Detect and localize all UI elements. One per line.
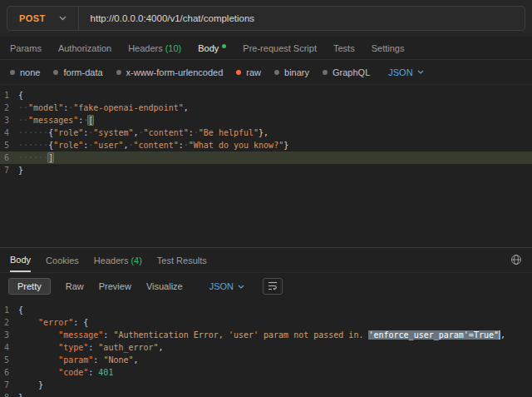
view-pretty-button[interactable]: Pretty: [8, 278, 51, 295]
code-line: 5 "param": "None",: [0, 354, 532, 366]
globe-icon[interactable]: [510, 254, 522, 267]
url-bar: POST http://0.0.0.0:4000/v1/chat/complet…: [7, 6, 525, 31]
body-type-row: none form-data x-www-form-urlencoded raw…: [0, 60, 532, 85]
line-number: 7: [0, 164, 18, 176]
radio-graphql[interactable]: GraphQL: [323, 67, 370, 77]
line-number: 8: [0, 391, 18, 397]
code-line: 3 "message": "Authentication Error, 'use…: [0, 329, 532, 341]
wrap-text-button[interactable]: [263, 278, 283, 295]
response-tab-headers[interactable]: Headers(4): [94, 248, 142, 272]
tab-settings[interactable]: Settings: [372, 43, 405, 53]
code-line: 5······{"role":·"user",·"content":·"What…: [0, 139, 532, 151]
radio-none[interactable]: none: [10, 67, 40, 77]
line-number: 4: [0, 341, 18, 354]
line-number: 6: [0, 366, 18, 379]
line-number: 6: [0, 151, 18, 164]
line-number: 7: [0, 379, 18, 391]
tab-prerequest-script[interactable]: Pre-request Script: [243, 43, 317, 53]
line-number: 3: [0, 329, 18, 341]
request-tabs: Params Authorization Headers(10) Body Pr…: [0, 37, 532, 60]
radio-x-www-form-urlencoded[interactable]: x-www-form-urlencoded: [116, 67, 224, 77]
response-tab-body[interactable]: Body: [10, 248, 31, 272]
view-raw-button[interactable]: Raw: [66, 281, 84, 291]
view-visualize-button[interactable]: Visualize: [146, 281, 183, 291]
code-line: 7}: [0, 164, 532, 176]
code-line: 1{: [0, 89, 532, 102]
code-line: 4 "type": "auth_error",: [0, 341, 532, 354]
tab-headers[interactable]: Headers(10): [128, 43, 181, 53]
line-number: 3: [0, 114, 18, 127]
code-line: 7 }: [0, 379, 532, 391]
code-line: 1{: [0, 304, 532, 316]
chevron-down-icon: [238, 285, 244, 289]
tab-authorization[interactable]: Authorization: [58, 43, 111, 53]
line-number: 2: [0, 316, 18, 329]
response-format-dropdown[interactable]: JSON: [209, 281, 244, 291]
line-number: 5: [0, 354, 18, 366]
code-line: 2 "error": {: [0, 316, 532, 329]
code-line: 2··"model":·"fake-openai-endpoint",: [0, 102, 532, 114]
line-number: 5: [0, 139, 18, 151]
method-selector[interactable]: POST: [7, 7, 78, 30]
response-view-toolbar: Pretty Raw Preview Visualize JSON: [0, 273, 532, 300]
radio-raw[interactable]: raw: [236, 67, 261, 77]
radio-binary[interactable]: binary: [274, 67, 309, 77]
chevron-down-icon: [59, 16, 66, 21]
radio-circle: [10, 70, 15, 75]
line-number: 4: [0, 127, 18, 139]
request-body-editor[interactable]: 1{2··"model":·"fake-openai-endpoint",3··…: [0, 85, 532, 247]
radio-circle: [274, 70, 279, 75]
tab-params[interactable]: Params: [10, 43, 42, 53]
code-line: 3··"messages":·[: [0, 114, 532, 127]
body-content-dot: [222, 44, 226, 48]
wrap-text-icon: [268, 281, 278, 292]
line-number: 1: [0, 304, 18, 316]
view-preview-button[interactable]: Preview: [99, 281, 131, 291]
code-line: 8}: [0, 391, 532, 397]
radio-circle-selected: [236, 70, 241, 75]
headers-count: (10): [165, 43, 182, 53]
code-line: 4······{"role":·"system",·"content":·"Be…: [0, 127, 532, 139]
chevron-down-icon: [417, 70, 424, 74]
response-tabs: Body Cookies Headers(4) Test Results: [0, 248, 532, 273]
tab-body[interactable]: Body: [198, 43, 226, 53]
response-headers-count: (4): [131, 256, 141, 265]
radio-circle: [323, 70, 328, 75]
response-tab-cookies[interactable]: Cookies: [46, 248, 79, 272]
code-line: 6······]: [0, 151, 532, 164]
line-number: 1: [0, 89, 18, 102]
method-label: POST: [19, 13, 46, 23]
request-url-bar-row: POST http://0.0.0.0:4000/v1/chat/complet…: [0, 0, 532, 37]
code-line: 6 "code": 401: [0, 366, 532, 379]
line-number: 2: [0, 102, 18, 114]
radio-circle: [116, 70, 121, 75]
radio-form-data[interactable]: form-data: [53, 67, 102, 77]
raw-format-dropdown[interactable]: JSON: [388, 67, 423, 77]
tab-tests[interactable]: Tests: [333, 43, 355, 53]
radio-circle: [53, 70, 58, 75]
response-tab-test-results[interactable]: Test Results: [157, 248, 207, 272]
response-section: Body Cookies Headers(4) Test Results Pre…: [0, 247, 532, 397]
response-body-viewer[interactable]: 1{2 "error": {3 "message": "Authenticati…: [0, 300, 532, 397]
url-input[interactable]: http://0.0.0.0:4000/v1/chat/completions: [79, 7, 525, 30]
